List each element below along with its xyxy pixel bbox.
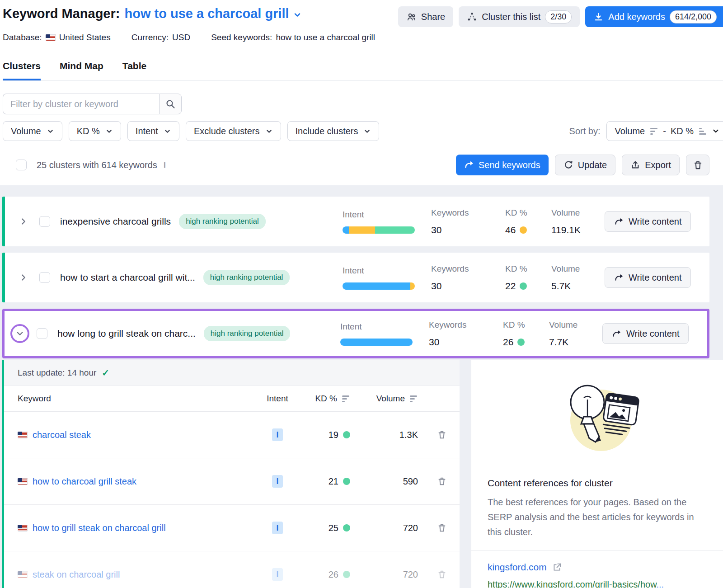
kd-value: 22 <box>505 281 516 292</box>
sort-descending-icon <box>650 128 657 135</box>
update-button[interactable]: Update <box>555 155 616 175</box>
send-keywords-button[interactable]: Send keywords <box>456 155 549 175</box>
intent-bar <box>343 282 415 290</box>
info-icon[interactable]: i <box>164 160 166 170</box>
volume-value: 720 <box>357 569 424 580</box>
write-content-button[interactable]: Write content <box>602 323 689 344</box>
cluster-checkbox[interactable] <box>37 328 47 339</box>
kd-column-header[interactable]: KD % <box>298 394 357 404</box>
highlight-annotation-circle <box>10 324 29 343</box>
chevron-down-icon <box>265 127 273 135</box>
expand-cluster-button[interactable] <box>19 273 28 282</box>
panel-gap <box>460 360 471 588</box>
tab-clusters[interactable]: Clusters <box>3 61 41 80</box>
expand-cluster-button[interactable] <box>19 216 28 226</box>
keywords-column-label: Keywords <box>431 264 505 274</box>
reference-url[interactable]: https://www.kingsford.com/grill-basics/h… <box>471 579 723 588</box>
kd-value: 25 <box>329 523 338 533</box>
cluster-row[interactable]: how to start a charcoal grill wit... hig… <box>2 253 709 302</box>
include-clusters-dropdown[interactable]: Include clusters <box>287 121 380 141</box>
filters-row: Volume KD % Intent Exclude clusters Incl… <box>3 121 723 141</box>
tab-mind-map[interactable]: Mind Map <box>60 61 103 80</box>
intent-column-header[interactable]: Intent <box>267 394 288 404</box>
tab-table[interactable]: Table <box>122 61 146 80</box>
check-icon: ✓ <box>102 367 109 378</box>
volume-column-label: Volume <box>549 320 602 330</box>
exclude-clusters-label: Exclude clusters <box>194 126 260 136</box>
write-content-label: Write content <box>629 273 681 283</box>
kd-filter-dropdown[interactable]: KD % <box>69 121 121 141</box>
us-flag-icon <box>46 34 56 41</box>
add-keywords-button[interactable]: Add keywords 614/2,000 <box>585 6 723 27</box>
delete-keyword-button[interactable] <box>437 569 447 579</box>
table-row: steak on charcoal grill I 26 720 <box>4 551 460 588</box>
kd-value: 26 <box>503 337 513 348</box>
delete-list-button[interactable] <box>686 155 709 175</box>
references-title: Content references for cluster <box>488 478 714 489</box>
search-icon <box>165 99 176 109</box>
cluster-this-list-button[interactable]: Cluster this list 2/30 <box>459 6 580 27</box>
cluster-row[interactable]: inexpensive charcoal grills high ranking… <box>2 197 709 246</box>
keyword-column-header[interactable]: Keyword <box>4 394 257 404</box>
kd-status-dot <box>343 524 350 532</box>
ranking-potential-badge: high ranking potential <box>179 214 266 229</box>
filter-input[interactable] <box>3 94 159 114</box>
keyword-link[interactable]: how to charcoal grill steak <box>33 476 136 487</box>
exclude-clusters-dropdown[interactable]: Exclude clusters <box>186 121 281 141</box>
kd-status-dot <box>343 478 350 485</box>
export-button[interactable]: Export <box>622 155 680 175</box>
volume-value: 720 <box>357 523 424 533</box>
send-keywords-label: Send keywords <box>479 160 540 170</box>
top-section: Keyword Manager: how to use a charcoal g… <box>0 0 723 185</box>
delete-keyword-button[interactable] <box>437 523 447 533</box>
volume-column-header[interactable]: Volume <box>357 394 424 404</box>
share-button[interactable]: Share <box>398 6 453 27</box>
cluster-stats: Intent Keywords 30 KD % 22 Volume 5.7K <box>343 264 709 292</box>
chevron-right-icon <box>19 273 28 282</box>
keywords-count: 30 <box>431 225 505 235</box>
sort-by-label: Sort by: <box>569 126 601 136</box>
currency-info: Currency: USD <box>131 33 190 42</box>
cluster-checkbox[interactable] <box>39 272 50 283</box>
title-row: Keyword Manager: how to use a charcoal g… <box>3 6 723 27</box>
list-selector-dropdown[interactable]: how to use a charcoal grill <box>124 6 301 21</box>
keyword-link[interactable]: how to grill steak on charcoal grill <box>33 523 166 533</box>
keywords-count: 30 <box>429 337 503 348</box>
sort-by-dropdown[interactable]: Volume - KD % <box>606 121 723 141</box>
references-description: The best references for your pages. Base… <box>488 495 704 540</box>
keyword-link[interactable]: steak on charcoal grill <box>33 569 120 580</box>
chevron-down-icon <box>363 127 371 135</box>
intent-bar <box>343 226 415 234</box>
select-all-checkbox[interactable] <box>16 160 27 170</box>
volume-column-label: Volume <box>551 264 605 274</box>
kd-status-dot <box>517 339 525 346</box>
delete-keyword-button[interactable] <box>437 430 447 440</box>
keyword-detail-table: Last update: 14 hour ✓ Keyword Intent KD… <box>2 360 460 588</box>
last-update-bar: Last update: 14 hour ✓ <box>4 360 460 386</box>
currency-label: Currency: <box>131 33 169 42</box>
write-content-button[interactable]: Write content <box>605 211 691 232</box>
sort-by-group: Sort by: Volume - KD % <box>569 121 723 141</box>
cluster-row-highlighted[interactable]: how long to grill steak on charc... high… <box>2 309 709 358</box>
volume-value: 590 <box>357 476 424 487</box>
meta-row: Database: United States Currency: USD Se… <box>3 33 723 42</box>
page-title: Keyword Manager: <box>3 6 120 21</box>
collapse-cluster-button[interactable] <box>15 329 25 339</box>
delete-keyword-button[interactable] <box>437 476 447 486</box>
chevron-down-icon <box>105 127 113 135</box>
refresh-icon <box>563 160 573 170</box>
database-value: United States <box>59 33 111 42</box>
intent-filter-dropdown[interactable]: Intent <box>127 121 179 141</box>
intent-badge: I <box>272 568 282 581</box>
reference-domain-link[interactable]: kingsford.com <box>488 562 547 573</box>
tab-bar: Clusters Mind Map Table <box>3 61 723 81</box>
cluster-checkbox[interactable] <box>39 216 50 227</box>
content-references-panel: Content references for cluster The best … <box>471 360 723 588</box>
write-content-button[interactable]: Write content <box>605 267 691 288</box>
search-button[interactable] <box>159 94 182 114</box>
ranking-potential-badge: high ranking potential <box>204 326 291 341</box>
keywords-column-label: Keywords <box>431 208 505 218</box>
volume-filter-dropdown[interactable]: Volume <box>3 121 62 141</box>
keyword-link[interactable]: charcoal steak <box>33 430 91 440</box>
sort-separator: - <box>663 126 666 136</box>
